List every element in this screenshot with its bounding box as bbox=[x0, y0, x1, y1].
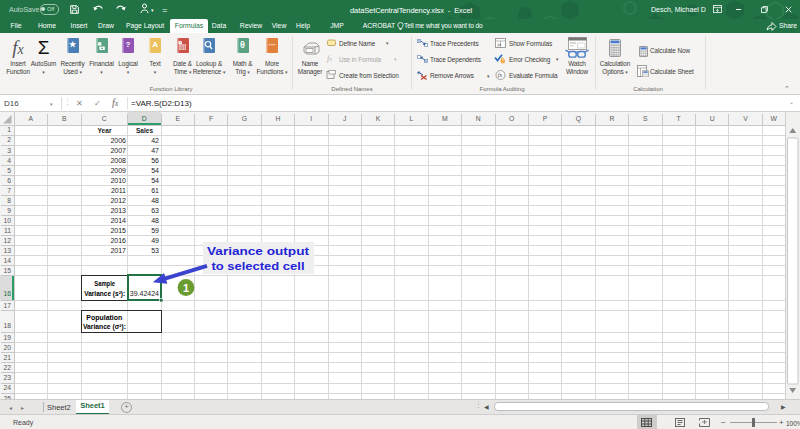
svg-text:K: K bbox=[376, 115, 381, 122]
svg-text:Sales: Sales bbox=[136, 127, 153, 134]
svg-text:2017: 2017 bbox=[110, 247, 126, 254]
svg-text:L: L bbox=[410, 115, 414, 122]
svg-text:47: 47 bbox=[151, 147, 159, 154]
svg-text:2011: 2011 bbox=[111, 187, 126, 194]
svg-text:1: 1 bbox=[7, 126, 11, 133]
svg-text:39.42424: 39.42424 bbox=[130, 290, 159, 297]
svg-text:Variance (σ²):: Variance (σ²): bbox=[83, 323, 126, 331]
svg-text:W: W bbox=[771, 115, 778, 122]
svg-text:2006: 2006 bbox=[110, 137, 126, 144]
svg-text:to selected cell: to selected cell bbox=[212, 260, 305, 272]
svg-text:2012: 2012 bbox=[110, 197, 126, 204]
svg-text:V: V bbox=[743, 115, 748, 122]
svg-text:2013: 2013 bbox=[110, 207, 126, 214]
svg-text:I: I bbox=[310, 115, 312, 122]
svg-text:B: B bbox=[62, 115, 67, 122]
svg-text:2008: 2008 bbox=[110, 157, 126, 164]
svg-text:S: S bbox=[643, 115, 648, 122]
svg-text:Sample: Sample bbox=[94, 280, 115, 288]
svg-text:20: 20 bbox=[3, 344, 11, 351]
svg-text:21: 21 bbox=[3, 354, 11, 361]
svg-text:23: 23 bbox=[3, 374, 11, 381]
svg-text:9: 9 bbox=[7, 207, 11, 214]
svg-text:2: 2 bbox=[7, 136, 11, 143]
svg-text:53: 53 bbox=[151, 247, 159, 254]
svg-text:2009: 2009 bbox=[110, 167, 126, 174]
svg-text:fx: fx bbox=[498, 72, 503, 78]
svg-text:2016: 2016 bbox=[110, 237, 126, 244]
svg-text:22: 22 bbox=[3, 364, 11, 371]
svg-text:N: N bbox=[476, 115, 481, 122]
svg-text:56: 56 bbox=[151, 157, 159, 164]
svg-text:12: 12 bbox=[3, 237, 11, 244]
svg-text:2015: 2015 bbox=[110, 227, 126, 234]
svg-text:7: 7 bbox=[7, 187, 11, 194]
svg-text:59: 59 bbox=[151, 227, 159, 234]
svg-text:2007: 2007 bbox=[110, 147, 126, 154]
svg-text:H: H bbox=[275, 115, 280, 122]
svg-text:P: P bbox=[543, 115, 548, 122]
svg-text:O: O bbox=[509, 115, 514, 122]
svg-text:G: G bbox=[242, 115, 247, 122]
svg-text:M: M bbox=[442, 115, 448, 122]
svg-text:F: F bbox=[209, 115, 213, 122]
svg-text:63: 63 bbox=[151, 207, 159, 214]
svg-text:42: 42 bbox=[151, 137, 159, 144]
svg-text:J: J bbox=[343, 115, 346, 122]
svg-text:C: C bbox=[102, 115, 107, 122]
svg-text:10: 10 bbox=[3, 217, 11, 224]
svg-text:13: 13 bbox=[3, 247, 11, 254]
svg-text:54: 54 bbox=[151, 177, 159, 184]
svg-text:5: 5 bbox=[7, 167, 11, 174]
svg-text:48: 48 bbox=[151, 217, 159, 224]
svg-text:2010: 2010 bbox=[110, 177, 126, 184]
svg-text:11: 11 bbox=[4, 227, 11, 234]
svg-text:49: 49 bbox=[151, 237, 159, 244]
svg-text:8: 8 bbox=[7, 197, 11, 204]
svg-text:54: 54 bbox=[151, 167, 159, 174]
svg-text:A: A bbox=[29, 115, 34, 122]
svg-text:6: 6 bbox=[7, 177, 11, 184]
svg-text:Variance (s²):: Variance (s²): bbox=[84, 290, 125, 298]
svg-text:19: 19 bbox=[3, 334, 11, 341]
svg-text:Population: Population bbox=[86, 314, 122, 322]
svg-text:Variance output: Variance output bbox=[207, 245, 309, 257]
svg-text:T: T bbox=[677, 115, 681, 122]
svg-text:16: 16 bbox=[3, 290, 11, 297]
svg-text:1: 1 bbox=[183, 282, 189, 294]
svg-text:48: 48 bbox=[151, 197, 159, 204]
svg-text:Year: Year bbox=[98, 127, 112, 134]
svg-text:D: D bbox=[142, 115, 147, 122]
svg-text:3: 3 bbox=[7, 147, 11, 154]
svg-text:E: E bbox=[175, 115, 180, 122]
svg-text:2014: 2014 bbox=[110, 217, 126, 224]
svg-text:15: 15 bbox=[3, 267, 11, 274]
svg-text:24: 24 bbox=[3, 384, 11, 391]
svg-text:Q: Q bbox=[576, 115, 581, 123]
svg-text:U: U bbox=[710, 115, 715, 122]
svg-text:R: R bbox=[609, 115, 614, 122]
svg-text:17: 17 bbox=[3, 302, 11, 309]
svg-text:14: 14 bbox=[3, 257, 11, 264]
svg-text:18: 18 bbox=[3, 322, 11, 329]
svg-text:4: 4 bbox=[7, 157, 11, 164]
svg-text:61: 61 bbox=[151, 187, 159, 194]
